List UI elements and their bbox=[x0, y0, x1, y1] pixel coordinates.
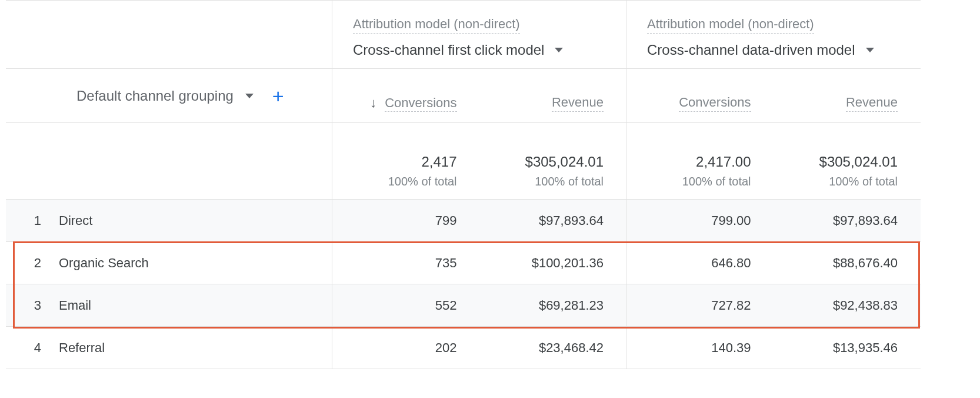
total-conversions-1: 2,417 bbox=[421, 154, 456, 170]
cell-value: 646.80 bbox=[711, 256, 751, 271]
table-row[interactable]: 4 Referral 202 $23,468.42 140.39 $13,935… bbox=[6, 327, 921, 369]
total-conversions-2: 2,417.00 bbox=[696, 154, 751, 170]
cell-value: $69,281.23 bbox=[539, 298, 604, 313]
model-selector-1[interactable]: Cross-channel first click model bbox=[353, 42, 611, 58]
attribution-comparison-table: Attribution model (non-direct) Cross-cha… bbox=[6, 0, 921, 369]
dimension-selector[interactable]: Default channel grouping + bbox=[76, 88, 284, 104]
table-row[interactable]: 3 Email 552 $69,281.23 727.82 $92,438.83 bbox=[6, 284, 921, 327]
cell-value: $97,893.64 bbox=[833, 213, 898, 228]
cell-value: $100,201.36 bbox=[532, 256, 604, 271]
metric-conversions-1: Conversions bbox=[385, 95, 456, 112]
model-header-row: Attribution model (non-direct) Cross-cha… bbox=[6, 0, 921, 69]
sort-conversions-1[interactable]: ↓ Conversions bbox=[332, 69, 479, 123]
sort-revenue-2[interactable]: Revenue bbox=[774, 69, 921, 123]
model-name-2: Cross-channel data-driven model bbox=[647, 42, 855, 58]
cell-value: 799 bbox=[435, 213, 457, 228]
cell-value: $13,935.46 bbox=[833, 340, 898, 356]
model-selector-2[interactable]: Cross-channel data-driven model bbox=[647, 42, 905, 58]
chevron-down-icon bbox=[245, 94, 254, 98]
row-number: 3 bbox=[18, 298, 59, 313]
row-label: Email bbox=[59, 298, 91, 313]
row-label: Organic Search bbox=[59, 256, 149, 271]
cell-value: 727.82 bbox=[711, 298, 751, 313]
attribution-label-2: Attribution model (non-direct) bbox=[647, 16, 814, 34]
row-number: 1 bbox=[18, 213, 59, 228]
total-pct: 100% of total bbox=[682, 175, 751, 188]
attribution-label-1: Attribution model (non-direct) bbox=[353, 16, 520, 34]
cell-value: $92,438.83 bbox=[833, 298, 898, 313]
total-pct: 100% of total bbox=[829, 175, 898, 188]
cell-value: $97,893.64 bbox=[539, 213, 604, 228]
cell-value: 552 bbox=[435, 298, 457, 313]
cell-value: $88,676.40 bbox=[833, 256, 898, 271]
row-label: Direct bbox=[59, 213, 92, 228]
cell-value: $23,468.42 bbox=[539, 340, 604, 356]
table-row[interactable]: 1 Direct 799 $97,893.64 799.00 $97,893.6… bbox=[6, 200, 921, 242]
table-row[interactable]: 2 Organic Search 735 $100,201.36 646.80 … bbox=[6, 242, 921, 284]
row-label: Referral bbox=[59, 340, 105, 356]
model-name-1: Cross-channel first click model bbox=[353, 42, 544, 58]
chevron-down-icon bbox=[866, 48, 874, 52]
cell-value: 202 bbox=[435, 340, 457, 356]
row-number: 4 bbox=[18, 340, 59, 356]
cell-value: 735 bbox=[435, 256, 457, 271]
metric-revenue-2: Revenue bbox=[846, 95, 898, 112]
cell-value: 140.39 bbox=[711, 340, 751, 356]
row-number: 2 bbox=[18, 256, 59, 271]
total-revenue-1: $305,024.01 bbox=[525, 154, 604, 170]
cell-value: 799.00 bbox=[711, 213, 751, 228]
metric-header-row: Default channel grouping + ↓ Conversions… bbox=[6, 69, 921, 123]
totals-row: 2,417 100% of total $305,024.01 100% of … bbox=[6, 123, 921, 200]
sort-conversions-2[interactable]: Conversions bbox=[626, 69, 774, 123]
metric-revenue-1: Revenue bbox=[552, 95, 604, 112]
total-revenue-2: $305,024.01 bbox=[819, 154, 898, 170]
arrow-down-icon: ↓ bbox=[370, 95, 376, 110]
add-dimension-icon[interactable]: + bbox=[272, 90, 284, 102]
sort-revenue-1[interactable]: Revenue bbox=[479, 69, 626, 123]
metric-conversions-2: Conversions bbox=[679, 95, 751, 112]
total-pct: 100% of total bbox=[388, 175, 457, 188]
chevron-down-icon bbox=[555, 48, 563, 52]
total-pct: 100% of total bbox=[535, 175, 604, 188]
dimension-label: Default channel grouping bbox=[76, 88, 234, 104]
